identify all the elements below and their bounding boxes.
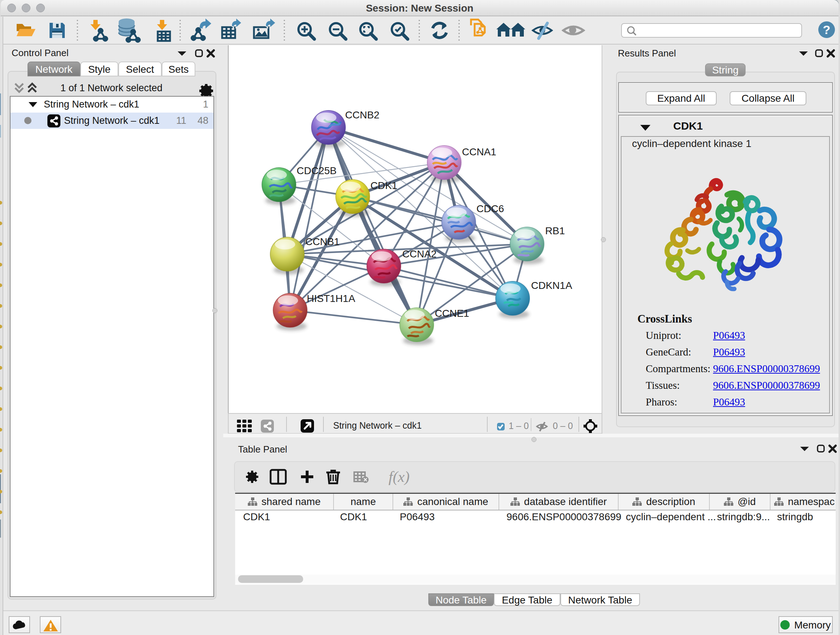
svg-text:CCNA1: CCNA1 (462, 146, 496, 157)
svg-text:CDK1: CDK1 (370, 180, 398, 191)
svg-text:1 – 0: 1 – 0 (508, 421, 529, 431)
svg-text:CCNB2: CCNB2 (345, 109, 379, 120)
svg-text:f(x): f(x) (388, 469, 409, 486)
svg-text:CDKN1A: CDKN1A (531, 280, 572, 291)
svg-text:RB1: RB1 (545, 225, 565, 236)
svg-text:CCNB1: CCNB1 (305, 236, 340, 247)
svg-text:?: ? (823, 23, 831, 36)
svg-text:CCNE1: CCNE1 (435, 308, 469, 319)
svg-text:HIST1H1A: HIST1H1A (307, 293, 355, 304)
svg-text:CCNA2: CCNA2 (402, 249, 437, 260)
svg-text:CDC6: CDC6 (477, 203, 504, 214)
svg-text:String Network – cdk1: String Network – cdk1 (333, 420, 422, 431)
svg-text:CDC25B: CDC25B (297, 165, 336, 176)
svg-text:0 – 0: 0 – 0 (553, 421, 573, 431)
